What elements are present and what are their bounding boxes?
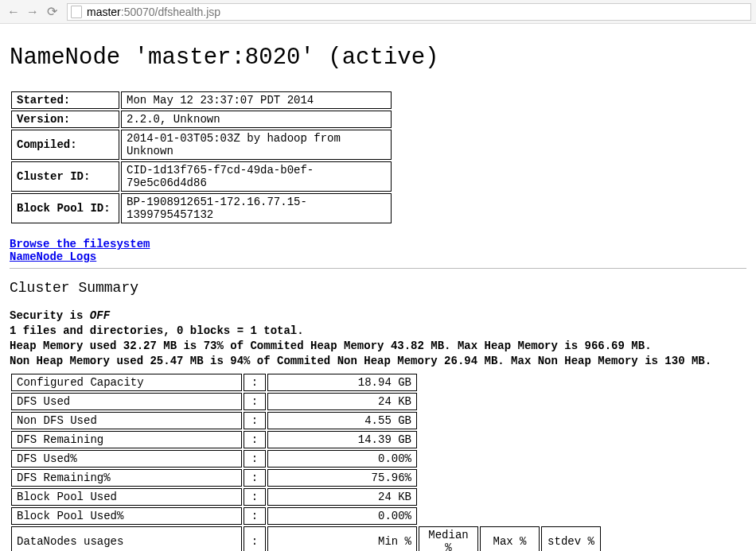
page-title: NameNode 'master:8020' (active) (10, 45, 746, 71)
address-bar[interactable]: master:50070/dfshealth.jsp (67, 3, 751, 21)
summary-value: 24 KB (267, 393, 417, 410)
colon: : (244, 412, 266, 429)
summary-table: Configured Capacity : 18.94 GB DFS Used … (10, 372, 602, 551)
table-row: DFS Used% : 0.00% (11, 450, 601, 468)
info-value: 2.2.0, Unknown (121, 111, 392, 128)
info-value: Mon May 12 23:37:07 PDT 2014 (121, 91, 392, 109)
table-row: Block Pool Used% : 0.00% (11, 507, 601, 525)
summary-key: Non DFS Used (11, 412, 242, 429)
forward-button[interactable]: → (24, 3, 41, 21)
colon: : (244, 469, 266, 487)
back-button[interactable]: ← (5, 3, 22, 21)
files-line: 1 files and directories, 0 blocks = 1 to… (10, 324, 304, 337)
usages-median-header: Median % (419, 526, 478, 551)
usages-header-row: DataNodes usages : Min % Median % Max % … (11, 526, 601, 551)
heap-line: Heap Memory used 32.27 MB is 73% of Comm… (10, 340, 652, 352)
colon: : (244, 507, 266, 525)
table-row: DFS Remaining% : 75.96% (11, 469, 601, 487)
colon: : (244, 374, 266, 391)
table-row: Version: 2.2.0, Unknown (11, 111, 392, 128)
info-label: Block Pool ID: (11, 193, 119, 223)
summary-value: 75.96% (267, 469, 417, 487)
info-value: BP-1908912651-172.16.77.15-1399795457132 (121, 193, 392, 223)
table-row: Non DFS Used : 4.55 GB (11, 412, 601, 429)
browse-filesystem-link[interactable]: Browse the filesystem (10, 238, 150, 250)
table-row: DFS Remaining : 14.39 GB (11, 431, 601, 448)
usages-label: DataNodes usages (11, 526, 242, 551)
summary-value: 14.39 GB (267, 431, 417, 448)
security-state: OFF (90, 309, 110, 322)
url-path: :50070/dfshealth.jsp (121, 6, 220, 18)
colon: : (244, 450, 266, 468)
table-row: DFS Used : 24 KB (11, 393, 601, 410)
info-label: Cluster ID: (11, 161, 119, 192)
info-table: Started: Mon May 12 23:37:07 PDT 2014 Ve… (10, 90, 393, 225)
colon: : (244, 431, 266, 448)
table-row: Block Pool ID: BP-1908912651-172.16.77.1… (11, 193, 392, 223)
summary-value: 0.00% (267, 507, 417, 525)
table-row: Compiled: 2014-01-03T05:03Z by hadoop fr… (11, 130, 392, 160)
colon: : (244, 526, 266, 551)
namenode-logs-link[interactable]: NameNode Logs (10, 250, 96, 263)
summary-value: 4.55 GB (267, 412, 417, 429)
divider (10, 268, 746, 269)
table-row: Configured Capacity : 18.94 GB (11, 374, 601, 391)
links-section: Browse the filesystem NameNode Logs (10, 238, 746, 263)
usages-max-header: Max % (480, 526, 540, 551)
colon: : (244, 393, 266, 410)
usages-min-header: Min % (267, 526, 417, 551)
browser-toolbar: ← → ⟳ master:50070/dfshealth.jsp (0, 0, 756, 24)
security-prefix: Security is (10, 309, 90, 322)
summary-key: DFS Used% (11, 450, 242, 468)
cluster-summary-heading: Cluster Summary (10, 280, 746, 296)
summary-key: Block Pool Used% (11, 507, 242, 525)
summary-key: Block Pool Used (11, 488, 242, 506)
nonheap-line: Non Heap Memory used 25.47 MB is 94% of … (10, 355, 711, 367)
reload-button[interactable]: ⟳ (43, 3, 60, 21)
summary-value: 24 KB (267, 488, 417, 506)
table-row: Started: Mon May 12 23:37:07 PDT 2014 (11, 91, 392, 109)
table-row: Block Pool Used : 24 KB (11, 488, 601, 506)
colon: : (244, 488, 266, 506)
summary-key: DFS Remaining% (11, 469, 242, 487)
url-host: master (87, 6, 121, 18)
summary-key: DFS Used (11, 393, 242, 410)
summary-text: Security is OFF 1 files and directories,… (10, 308, 746, 369)
summary-key: Configured Capacity (11, 374, 242, 391)
info-label: Compiled: (11, 130, 119, 160)
info-value: 2014-01-03T05:03Z by hadoop from Unknown (121, 130, 392, 160)
info-value: CID-1d13f765-f7cd-49da-b0ef-79e5c06d4d86 (121, 161, 392, 192)
summary-value: 0.00% (267, 450, 417, 468)
summary-key: DFS Remaining (11, 431, 242, 448)
summary-value: 18.94 GB (267, 374, 417, 391)
table-row: Cluster ID: CID-1d13f765-f7cd-49da-b0ef-… (11, 161, 392, 192)
page-icon (71, 6, 82, 18)
info-label: Version: (11, 111, 119, 128)
info-label: Started: (11, 91, 119, 109)
page-content: NameNode 'master:8020' (active) Started:… (0, 24, 756, 551)
usages-stdev-header: stdev % (541, 526, 601, 551)
